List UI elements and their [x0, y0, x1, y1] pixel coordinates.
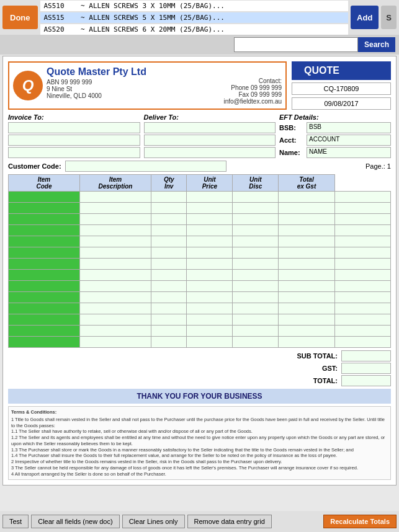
row-disc-0[interactable] [279, 192, 334, 203]
row-qty-10[interactable] [187, 303, 233, 314]
row-code-10[interactable] [79, 303, 151, 314]
row-desc-4[interactable] [151, 236, 186, 247]
row-code-2[interactable] [79, 214, 151, 225]
row-qty-3[interactable] [187, 225, 233, 236]
row-total-12[interactable] [334, 326, 390, 337]
gst-input[interactable] [341, 363, 391, 374]
row-code-1[interactable] [79, 203, 151, 214]
row-qty-0[interactable] [187, 192, 233, 203]
row-code-5[interactable] [79, 247, 151, 259]
row-disc-8[interactable] [279, 281, 334, 292]
deliver-line-1[interactable] [144, 122, 276, 133]
row-qty-6[interactable] [187, 259, 233, 270]
row-code-3[interactable] [79, 225, 151, 236]
row-disc-4[interactable] [279, 236, 334, 247]
clear-all-button[interactable]: Clear all fields (new doc) [31, 515, 119, 528]
row-price-9[interactable] [233, 292, 279, 303]
row-btn-6[interactable] [9, 259, 80, 270]
row-total-9[interactable] [334, 292, 390, 303]
row-qty-11[interactable] [187, 314, 233, 326]
row-disc-12[interactable] [279, 326, 334, 337]
row-total-13[interactable] [334, 337, 390, 348]
total-input[interactable] [341, 375, 391, 386]
row-price-2[interactable] [233, 214, 279, 225]
row-desc-5[interactable] [151, 247, 186, 259]
row-desc-9[interactable] [151, 292, 186, 303]
eft-bsb-val[interactable]: BSB [307, 122, 391, 133]
row-qty-12[interactable] [187, 326, 233, 337]
row-disc-11[interactable] [279, 314, 334, 326]
row-qty-4[interactable] [187, 236, 233, 247]
row-desc-10[interactable] [151, 303, 186, 314]
search-button[interactable]: Search [358, 37, 395, 52]
row-price-11[interactable] [233, 314, 279, 326]
row-qty-13[interactable] [187, 337, 233, 348]
row-price-6[interactable] [233, 259, 279, 270]
row-btn-1[interactable] [9, 203, 80, 214]
row-disc-7[interactable] [279, 270, 334, 281]
row-total-1[interactable] [334, 203, 390, 214]
row-total-5[interactable] [334, 247, 390, 259]
row-total-4[interactable] [334, 236, 390, 247]
row-price-0[interactable] [233, 192, 279, 203]
row-total-0[interactable] [334, 192, 390, 203]
row-code-13[interactable] [79, 337, 151, 348]
row-btn-3[interactable] [9, 225, 80, 236]
deliver-line-2[interactable] [144, 135, 276, 146]
row-qty-8[interactable] [187, 281, 233, 292]
row-desc-1[interactable] [151, 203, 186, 214]
row-disc-5[interactable] [279, 247, 334, 259]
row-price-8[interactable] [233, 281, 279, 292]
row-code-0[interactable] [79, 192, 151, 203]
row-desc-11[interactable] [151, 314, 186, 326]
row-total-10[interactable] [334, 303, 390, 314]
row-desc-13[interactable] [151, 337, 186, 348]
row-price-13[interactable] [233, 337, 279, 348]
done-button[interactable]: Done [2, 6, 38, 29]
row-disc-1[interactable] [279, 203, 334, 214]
row-price-12[interactable] [233, 326, 279, 337]
row-disc-6[interactable] [279, 259, 334, 270]
invoice-line-1[interactable] [8, 122, 140, 133]
row-btn-7[interactable] [9, 270, 80, 281]
eft-acct-val[interactable]: ACCOUNT [307, 135, 391, 146]
row-disc-13[interactable] [279, 337, 334, 348]
row-total-3[interactable] [334, 225, 390, 236]
row-code-11[interactable] [79, 314, 151, 326]
invoice-line-2[interactable] [8, 135, 140, 146]
row-desc-3[interactable] [151, 225, 186, 236]
subtotal-input[interactable] [341, 350, 391, 361]
deliver-line-3[interactable] [144, 147, 276, 158]
clear-lines-button[interactable]: Clear Lines only [122, 515, 185, 528]
row-code-8[interactable] [79, 281, 151, 292]
row-disc-3[interactable] [279, 225, 334, 236]
add-button[interactable]: Add [351, 6, 379, 29]
row-code-7[interactable] [79, 270, 151, 281]
row-qty-2[interactable] [187, 214, 233, 225]
row-btn-9[interactable] [9, 292, 80, 303]
row-btn-8[interactable] [9, 281, 80, 292]
row-btn-0[interactable] [9, 192, 80, 203]
row-btn-12[interactable] [9, 326, 80, 337]
row-desc-7[interactable] [151, 270, 186, 281]
row-price-5[interactable] [233, 247, 279, 259]
row-disc-10[interactable] [279, 303, 334, 314]
row-btn-5[interactable] [9, 247, 80, 259]
row-btn-2[interactable] [9, 214, 80, 225]
row-code-9[interactable] [79, 292, 151, 303]
row-price-4[interactable] [233, 236, 279, 247]
row-btn-10[interactable] [9, 303, 80, 314]
row-qty-7[interactable] [187, 270, 233, 281]
row-desc-8[interactable] [151, 281, 186, 292]
test-button[interactable]: Test [2, 515, 29, 528]
row-desc-2[interactable] [151, 214, 186, 225]
row-code-6[interactable] [79, 259, 151, 270]
remove-grid-button[interactable]: Remove data entry grid [187, 515, 272, 528]
invoice-line-3[interactable] [8, 147, 140, 158]
customer-input[interactable] [65, 161, 226, 172]
row-total-2[interactable] [334, 214, 390, 225]
row-qty-1[interactable] [187, 203, 233, 214]
row-price-10[interactable] [233, 303, 279, 314]
row-btn-13[interactable] [9, 337, 80, 348]
row-price-1[interactable] [233, 203, 279, 214]
